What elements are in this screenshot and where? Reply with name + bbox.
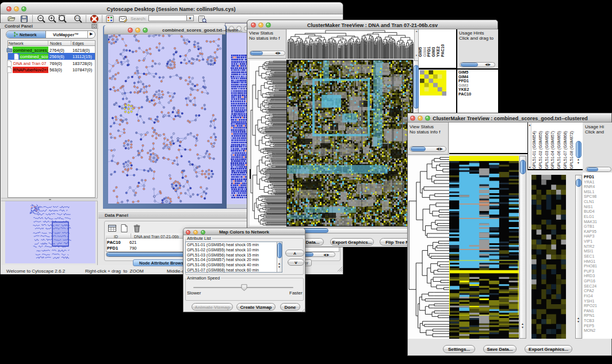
- svg-text:1:1: 1:1: [75, 17, 79, 20]
